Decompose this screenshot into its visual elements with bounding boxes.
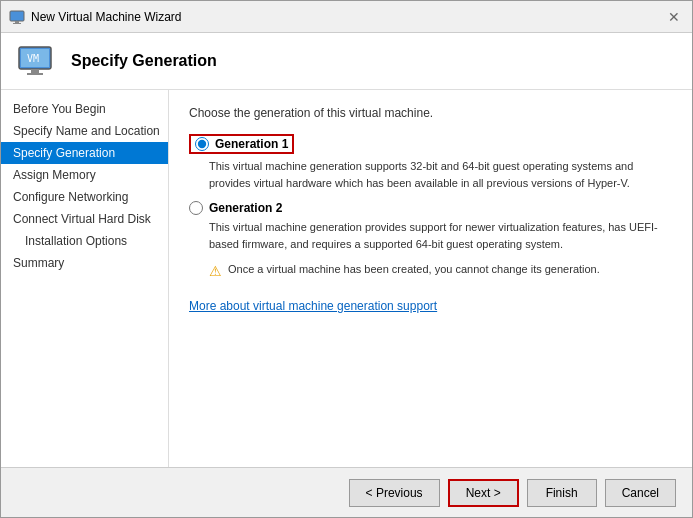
sidebar: Before You Begin Specify Name and Locati…: [1, 90, 169, 467]
header-icon: VM: [17, 45, 57, 77]
close-button[interactable]: ✕: [664, 7, 684, 27]
svg-rect-4: [31, 69, 39, 73]
sidebar-item-networking[interactable]: Configure Networking: [1, 186, 168, 208]
more-info-link[interactable]: More about virtual machine generation su…: [189, 299, 437, 313]
generation1-option: Generation 1 This virtual machine genera…: [189, 134, 672, 191]
sidebar-item-summary[interactable]: Summary: [1, 252, 168, 274]
svg-rect-5: [27, 73, 43, 75]
title-bar: New Virtual Machine Wizard ✕: [1, 1, 692, 33]
cancel-button[interactable]: Cancel: [605, 479, 676, 507]
generation1-row: Generation 1: [189, 134, 672, 154]
title-bar-left: New Virtual Machine Wizard: [9, 9, 182, 25]
svg-rect-2: [13, 23, 21, 24]
description-text: Choose the generation of this virtual ma…: [189, 106, 672, 120]
sidebar-item-memory[interactable]: Assign Memory: [1, 164, 168, 186]
header-section: VM Specify Generation: [1, 33, 692, 90]
svg-rect-1: [15, 21, 19, 23]
main-body: VM Specify Generation Before You Begin S…: [1, 33, 692, 467]
sidebar-item-name-location[interactable]: Specify Name and Location: [1, 120, 168, 142]
body-content: Before You Begin Specify Name and Locati…: [1, 90, 692, 467]
generation2-label: Generation 2: [209, 201, 282, 215]
previous-button[interactable]: < Previous: [349, 479, 440, 507]
svg-rect-0: [10, 11, 24, 21]
next-button[interactable]: Next >: [448, 479, 519, 507]
generation2-option: Generation 2 This virtual machine genera…: [189, 201, 672, 252]
sidebar-item-before-you-begin[interactable]: Before You Begin: [1, 98, 168, 120]
generation1-radio[interactable]: [195, 137, 209, 151]
footer: < Previous Next > Finish Cancel: [1, 467, 692, 517]
sidebar-item-generation[interactable]: Specify Generation: [1, 142, 168, 164]
page-title: Specify Generation: [71, 52, 217, 70]
window-title: New Virtual Machine Wizard: [31, 10, 182, 24]
header-monitor-icon: VM: [17, 45, 57, 77]
generation2-row: Generation 2: [189, 201, 672, 215]
right-panel: Choose the generation of this virtual ma…: [169, 90, 692, 467]
warning-icon: ⚠: [209, 263, 222, 279]
generation1-label: Generation 1: [215, 137, 288, 151]
generation1-desc: This virtual machine generation supports…: [209, 158, 672, 191]
generation2-radio[interactable]: [189, 201, 203, 215]
window-icon: [9, 9, 25, 25]
warning-text: Once a virtual machine has been created,…: [228, 262, 600, 277]
warning-row: ⚠ Once a virtual machine has been create…: [209, 262, 672, 279]
generation1-box: Generation 1: [189, 134, 294, 154]
wizard-window: New Virtual Machine Wizard ✕ VM Specify …: [0, 0, 693, 518]
svg-text:VM: VM: [27, 53, 39, 64]
sidebar-item-install[interactable]: Installation Options: [1, 230, 168, 252]
generation2-desc: This virtual machine generation provides…: [209, 219, 672, 252]
finish-button[interactable]: Finish: [527, 479, 597, 507]
link-row: More about virtual machine generation su…: [189, 299, 672, 313]
sidebar-item-vhd[interactable]: Connect Virtual Hard Disk: [1, 208, 168, 230]
